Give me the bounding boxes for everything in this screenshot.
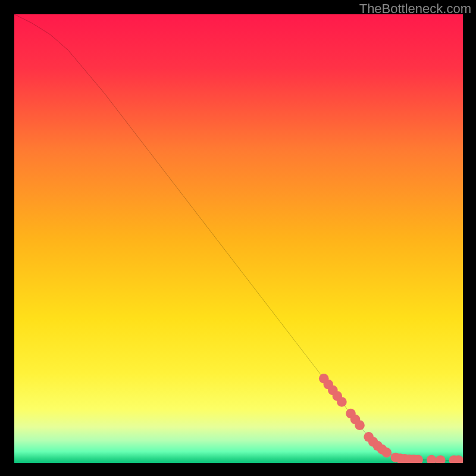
watermark-text: TheBottleneck.com (359, 1, 471, 17)
chart-marker (337, 397, 347, 407)
chart-marker (355, 420, 365, 430)
chart-background (14, 14, 463, 463)
chart-marker (382, 447, 392, 458)
bottleneck-chart (14, 14, 463, 463)
